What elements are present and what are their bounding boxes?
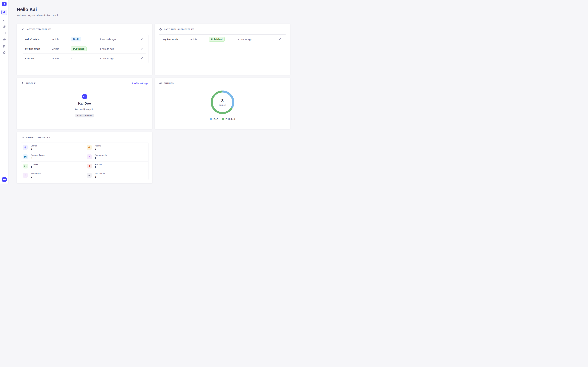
stat-content-types: Content-Types 6 bbox=[21, 152, 85, 161]
stat-value: 1 bbox=[95, 166, 102, 169]
avatar: KD bbox=[82, 94, 87, 99]
sidebar-item-home[interactable] bbox=[1, 10, 7, 15]
entry-time: 2 seconds ago bbox=[100, 38, 138, 41]
stat-label: Admins bbox=[95, 163, 102, 166]
stat-label: API Tokens bbox=[95, 172, 105, 175]
page-title: Hello Kai bbox=[17, 7, 290, 12]
card-title: LAST EDITED ENTRIES bbox=[26, 28, 52, 31]
stat-label: Locales bbox=[31, 163, 38, 166]
edit-entry-button[interactable] bbox=[140, 47, 144, 51]
profile-card: PROFILE Profile settings KD Kai Doe kai.… bbox=[17, 78, 152, 129]
stat-value: 0 bbox=[95, 147, 101, 150]
layout-icon bbox=[23, 154, 28, 159]
cloud-icon bbox=[3, 38, 6, 41]
legend-item-draft: Draft bbox=[210, 118, 218, 120]
entries-chart-card: ENTRIES 3 entries Draft bbox=[155, 78, 290, 129]
entry-name: My first article bbox=[163, 38, 190, 41]
table-row: Kai Doe Author - 1 minute ago bbox=[21, 54, 148, 63]
stat-value: 1 bbox=[31, 166, 38, 169]
dashboard-grid: LAST EDITED ENTRIES A draft article Arti… bbox=[17, 24, 290, 183]
stat-locales: Locales 1 bbox=[21, 161, 85, 171]
sidebar-item-settings[interactable] bbox=[1, 51, 7, 54]
edit-entry-button[interactable] bbox=[140, 56, 144, 60]
card-header: PROFILE Profile settings bbox=[17, 78, 152, 87]
page-subtitle: Welcome to your administration panel bbox=[17, 14, 290, 17]
pencil-icon bbox=[141, 47, 143, 50]
check-circle-icon bbox=[159, 28, 162, 31]
stat-admins: Admins 1 bbox=[85, 161, 148, 171]
status-badge: Draft bbox=[71, 37, 81, 42]
sidebar-item-content-manager[interactable] bbox=[1, 18, 7, 22]
profile-name: Kai Doe bbox=[78, 101, 91, 105]
pencil-icon bbox=[21, 28, 24, 31]
card-title: PROFILE bbox=[26, 82, 36, 84]
entry-time: 1 minute ago bbox=[238, 38, 275, 41]
workspace-logo-box[interactable] bbox=[0, 0, 9, 8]
edit-entry-button[interactable] bbox=[140, 37, 144, 41]
sidebar-footer: KD bbox=[0, 175, 9, 184]
sidebar-item-media-library[interactable] bbox=[1, 25, 7, 28]
stat-value: 0 bbox=[31, 175, 41, 178]
table-row: A draft article Article Draft 2 seconds … bbox=[21, 34, 148, 44]
profile-body: KD Kai Doe kai.doe@strapi.io SUPER ADMIN bbox=[17, 87, 152, 117]
pencil-icon bbox=[141, 57, 143, 60]
stat-value: 2 bbox=[95, 175, 105, 178]
nodes-icon bbox=[87, 154, 92, 159]
last-edited-entries-card: LAST EDITED ENTRIES A draft article Arti… bbox=[17, 24, 152, 75]
sidebar-item-content-type-builder[interactable] bbox=[1, 32, 7, 35]
entry-time: 1 minute ago bbox=[100, 48, 138, 50]
card-header: LAST PUBLISHED ENTRIES bbox=[155, 24, 290, 33]
chart-legend: Draft Published bbox=[210, 118, 235, 120]
home-icon bbox=[3, 11, 6, 14]
table-row: My first article Article Published 1 min… bbox=[21, 44, 148, 53]
published-swatch bbox=[222, 118, 225, 120]
stat-components: Components 1 bbox=[85, 152, 148, 161]
project-statistics-card: PROJECT STATISTICS Entries 3 bbox=[17, 132, 152, 183]
card-header: PROJECT STATISTICS bbox=[17, 132, 152, 142]
stat-value: 1 bbox=[95, 157, 107, 160]
table-row: My first article Article Published 1 min… bbox=[159, 34, 286, 44]
main-content: Hello Kai Welcome to your administration… bbox=[9, 0, 294, 184]
legend-item-published: Published bbox=[222, 118, 235, 120]
draft-swatch bbox=[210, 118, 212, 120]
profile-settings-link[interactable]: Profile settings bbox=[132, 82, 148, 85]
card-header: LAST EDITED ENTRIES bbox=[17, 24, 152, 33]
entries-table: A draft article Article Draft 2 seconds … bbox=[21, 34, 148, 63]
gear-icon bbox=[3, 51, 6, 54]
status-empty: - bbox=[71, 57, 100, 60]
card-header: ENTRIES bbox=[155, 78, 290, 87]
entry-type: Author bbox=[52, 57, 71, 60]
entry-type: Article bbox=[52, 48, 71, 50]
stats-table: Entries 3 Assets 0 bbox=[21, 142, 148, 180]
entry-name: A draft article bbox=[25, 38, 52, 41]
stat-label: Content-Types bbox=[31, 154, 45, 156]
entry-name: Kai Doe bbox=[25, 57, 52, 60]
user-icon bbox=[87, 164, 92, 168]
globe-icon bbox=[23, 164, 28, 168]
status-badge: Published bbox=[71, 47, 86, 51]
user-avatar[interactable]: KD bbox=[2, 177, 7, 182]
key-icon bbox=[87, 173, 92, 178]
pencil-icon bbox=[141, 38, 143, 41]
stat-api-tokens: API Tokens 2 bbox=[85, 171, 148, 180]
sidebar-nav bbox=[1, 10, 7, 54]
pencil-icon bbox=[278, 38, 281, 41]
cart-icon bbox=[3, 44, 6, 48]
donut-svg bbox=[209, 89, 235, 115]
role-badge: SUPER ADMIN bbox=[76, 114, 94, 117]
sidebar-item-deploy[interactable] bbox=[1, 38, 7, 41]
images-icon bbox=[3, 25, 6, 28]
pie-chart-icon bbox=[159, 82, 162, 85]
stat-webhooks: Webhooks 0 bbox=[21, 171, 85, 180]
sidebar-item-marketplace[interactable] bbox=[1, 44, 7, 48]
entry-time: 1 minute ago bbox=[100, 57, 138, 60]
donut-chart: 3 entries Draft Published bbox=[155, 87, 290, 120]
stat-label: Entries bbox=[31, 144, 37, 147]
entry-name: My first article bbox=[25, 48, 52, 50]
edit-entry-button[interactable] bbox=[278, 37, 282, 42]
layout-icon bbox=[3, 32, 6, 35]
person-icon bbox=[21, 82, 24, 85]
webhook-icon bbox=[23, 173, 28, 178]
feather-icon bbox=[3, 18, 6, 22]
stat-label: Assets bbox=[95, 144, 101, 147]
